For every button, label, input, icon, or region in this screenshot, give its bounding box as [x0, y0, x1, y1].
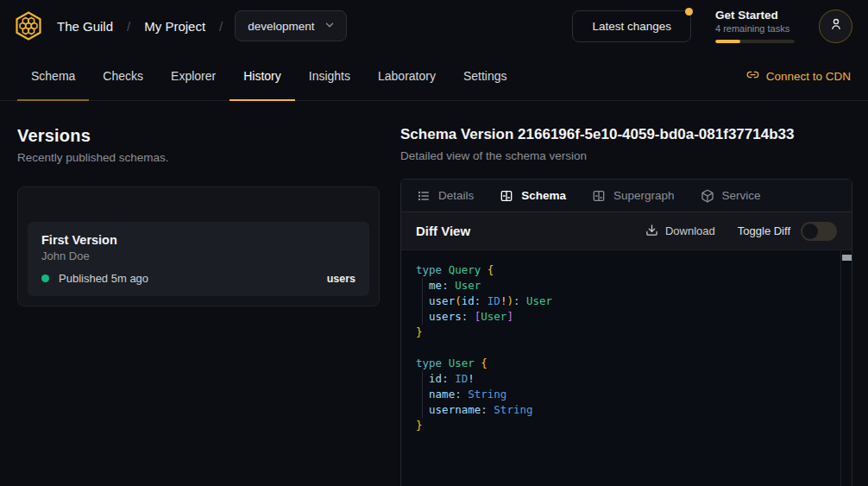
breadcrumb: The Guild / My Project / — [57, 19, 223, 34]
get-started-subtitle: 4 remaining tasks — [715, 23, 795, 34]
nav-tab-laboratory[interactable]: Laboratory — [364, 52, 450, 101]
target-dropdown-value: development — [248, 20, 314, 33]
columns-icon — [500, 189, 513, 203]
schema-version-detail-card: DetailsSchemaSupergraphService Diff View… — [400, 179, 852, 486]
schema-version-panel: Schema Version 2166196f-5e10-4059-bd0a-0… — [400, 126, 852, 486]
nav-tabs: SchemaChecksExplorerHistoryInsightsLabor… — [17, 52, 521, 100]
code-line: name: String — [416, 387, 834, 402]
breadcrumb-org[interactable]: The Guild — [57, 19, 113, 34]
toggle-diff-knob — [802, 224, 818, 239]
version-status-row: Published 5m ago users — [41, 272, 355, 285]
diff-view-title: Diff View — [416, 224, 470, 238]
connect-to-cdn-label: Connect to CDN — [766, 70, 851, 83]
diff-view-header: Diff View Download Toggle Diff — [401, 212, 852, 250]
code-line: type Query { — [416, 262, 834, 278]
top-header: The Guild / My Project / development Lat… — [0, 0, 868, 52]
code-block: type Query { me: User user(id: ID!): Use… — [416, 262, 834, 433]
versions-list-card: First Version John Doe Published 5m ago … — [17, 186, 380, 306]
code-scrollbar[interactable] — [840, 250, 852, 486]
toggle-diff-switch[interactable] — [801, 222, 837, 241]
code-line: } — [416, 325, 834, 340]
version-author: John Doe — [41, 249, 355, 262]
version-status-text: Published 5m ago — [59, 272, 148, 285]
nav-tab-explorer[interactable]: Explorer — [157, 52, 230, 101]
nav-tab-history[interactable]: History — [230, 52, 295, 101]
code-line — [416, 340, 834, 356]
download-label: Download — [665, 224, 715, 237]
target-dropdown[interactable]: development — [235, 10, 346, 41]
detail-tab-label: Service — [722, 189, 761, 202]
nav-tab-checks[interactable]: Checks — [89, 52, 157, 101]
detail-tab-supergraph[interactable]: Supergraph — [592, 189, 675, 203]
cube-icon — [701, 189, 714, 203]
versions-subtitle: Recently published schemas. — [17, 151, 380, 164]
published-status-dot — [41, 275, 49, 282]
latest-changes-label: Latest changes — [592, 20, 671, 33]
get-started-progress-fill — [715, 40, 740, 43]
schema-version-subtitle: Detailed view of the schema version — [400, 149, 852, 162]
service-badge: users — [327, 273, 355, 285]
detail-tab-label: Schema — [521, 189, 566, 202]
link-icon — [746, 68, 759, 84]
user-avatar-button[interactable] — [819, 9, 852, 43]
download-button[interactable]: Download — [645, 224, 715, 239]
versions-panel: Versions Recently published schemas. Fir… — [17, 126, 380, 486]
guild-logo-icon[interactable] — [12, 9, 45, 42]
breadcrumb-project[interactable]: My Project — [144, 19, 205, 34]
connect-to-cdn-button[interactable]: Connect to CDN — [746, 52, 851, 100]
toggle-diff-label: Toggle Diff — [738, 224, 790, 237]
nav-tab-insights[interactable]: Insights — [295, 52, 364, 101]
list-icon — [417, 189, 431, 203]
notification-dot — [685, 8, 693, 16]
code-line: me: User — [416, 278, 834, 293]
breadcrumb-separator: / — [219, 19, 223, 34]
get-started-progressbar — [715, 40, 795, 43]
detail-tab-details[interactable]: Details — [417, 189, 474, 203]
code-line: user(id: ID!): User — [416, 293, 834, 309]
code-line: users: [User] — [416, 309, 834, 325]
detail-tab-label: Details — [438, 189, 474, 202]
nav-tab-settings[interactable]: Settings — [450, 52, 521, 101]
get-started-widget[interactable]: Get Started 4 remaining tasks — [715, 9, 795, 43]
code-line: username: String — [416, 402, 834, 418]
detail-tab-label: Supergraph — [613, 189, 675, 202]
versions-title: Versions — [17, 126, 380, 146]
app-window: The Guild / My Project / development Lat… — [0, 0, 868, 486]
code-scrollbar-thumb[interactable] — [842, 255, 852, 261]
version-list-item[interactable]: First Version John Doe Published 5m ago … — [28, 222, 369, 296]
diff-view-actions: Download Toggle Diff — [645, 222, 837, 241]
nav-tab-schema[interactable]: Schema — [17, 52, 89, 101]
detail-tabs: DetailsSchemaSupergraphService — [401, 180, 852, 212]
latest-changes-button[interactable]: Latest changes — [572, 10, 691, 42]
columns-icon — [592, 189, 606, 203]
code-line: } — [416, 418, 834, 433]
code-line: id: ID! — [416, 371, 834, 387]
chevron-down-icon — [324, 19, 336, 34]
detail-tab-service[interactable]: Service — [701, 189, 761, 203]
breadcrumb-separator: / — [127, 19, 130, 34]
download-icon — [645, 224, 658, 239]
header-right: Latest changes Get Started 4 remaining t… — [572, 9, 852, 43]
detail-tab-schema[interactable]: Schema — [500, 189, 566, 203]
sdl-code-area: type Query { me: User user(id: ID!): Use… — [401, 250, 852, 486]
toggle-diff-group: Toggle Diff — [738, 222, 837, 241]
main-content: Versions Recently published schemas. Fir… — [0, 101, 868, 486]
person-icon — [828, 16, 844, 35]
schema-version-title: Schema Version 2166196f-5e10-4059-bd0a-0… — [400, 126, 852, 143]
get-started-title: Get Started — [715, 9, 795, 22]
main-nav: SchemaChecksExplorerHistoryInsightsLabor… — [0, 52, 868, 101]
version-name: First Version — [41, 233, 355, 247]
code-line: type User { — [416, 356, 834, 371]
